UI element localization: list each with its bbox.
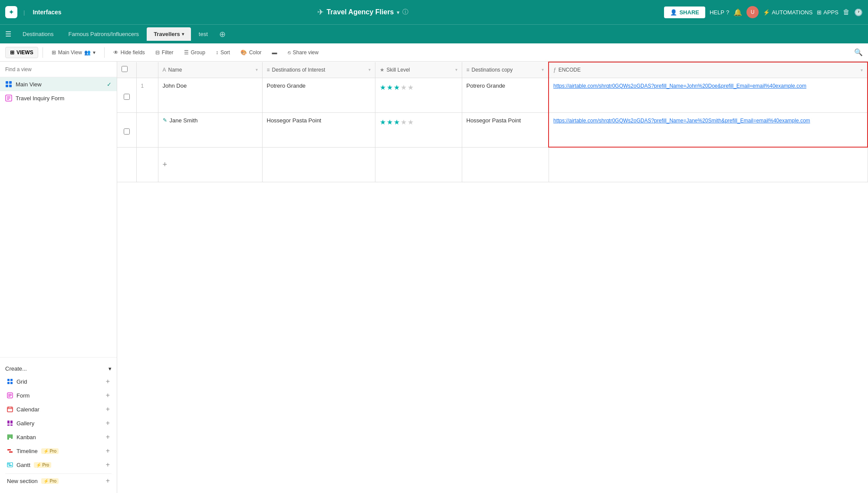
share-view-button[interactable]: ⎋ Share view: [283, 47, 323, 58]
col-header-name[interactable]: A Name ▾: [158, 62, 262, 78]
new-section-plus[interactable]: +: [106, 477, 110, 485]
row1-dest-cell[interactable]: Potrero Grande: [262, 78, 375, 112]
svg-rect-28: [9, 451, 13, 453]
create-calendar-item[interactable]: Calendar +: [5, 402, 112, 416]
create-gallery-item[interactable]: Gallery +: [5, 416, 112, 430]
row2-num-cell: [136, 112, 158, 147]
toolbar: ⊞ VIEWS ⊞ Main View 👥 ▾ 👁 Hide fields ⊟ …: [0, 43, 868, 62]
sort-button[interactable]: ↕ Sort: [211, 47, 234, 58]
user-avatar[interactable]: U: [746, 6, 759, 18]
tab-test-label: test: [199, 31, 208, 37]
row1-checkbox[interactable]: [124, 94, 130, 100]
sidebar-search-area: [0, 62, 117, 77]
row2-destcopy-cell[interactable]: Hossegor Pasta Point: [462, 112, 549, 147]
col-header-skill[interactable]: ★ Skill Level ▾: [375, 62, 462, 78]
sidebar-create-section: Create... ▾ Grid +: [0, 357, 117, 493]
group-icon: ☰: [184, 49, 189, 56]
tab-famous[interactable]: Famous Patrons/Influencers: [62, 27, 146, 41]
create-form-plus[interactable]: +: [106, 391, 110, 399]
app-logo[interactable]: ✦: [5, 6, 17, 18]
svg-rect-3: [9, 85, 12, 87]
search-button[interactable]: 🔍: [854, 49, 863, 56]
hide-fields-label: Hide fields: [121, 49, 145, 56]
svg-rect-25: [9, 434, 11, 438]
help-button[interactable]: HELP ?: [710, 9, 729, 16]
row2-encode-cell[interactable]: https://airtable.com/shrqtr0GQWs2oGDAS?p…: [549, 112, 868, 147]
grid-view-icon: [5, 81, 12, 88]
name-col-icon: A: [163, 67, 166, 73]
trash-icon[interactable]: 🗑: [843, 8, 850, 16]
create-kanban-plus[interactable]: +: [106, 433, 110, 441]
sidebar-item-travel-form[interactable]: Travel Inquiry Form: [0, 91, 117, 105]
create-timeline-plus[interactable]: +: [106, 447, 110, 455]
create-kanban-item[interactable]: Kanban +: [5, 430, 112, 444]
create-gantt-plus[interactable]: +: [106, 461, 110, 469]
toolbar-separator-2: [104, 47, 105, 58]
create-kanban-label: Kanban: [16, 434, 36, 440]
color-button[interactable]: 🎨 Color: [236, 47, 266, 58]
db-info-icon[interactable]: ⓘ: [402, 8, 408, 16]
create-grid-plus[interactable]: +: [106, 378, 110, 385]
hamburger-icon[interactable]: ☰: [5, 30, 11, 38]
new-section-item[interactable]: New section ⚡ Pro +: [5, 473, 112, 488]
create-gantt-label: Gantt: [16, 462, 30, 468]
filter-button[interactable]: ⊟ Filter: [151, 47, 178, 58]
create-form-item[interactable]: Form +: [5, 388, 112, 402]
db-dropdown-icon[interactable]: ▾: [397, 9, 400, 16]
help-label: HELP: [710, 9, 724, 16]
sidebar-item-main-view[interactable]: Main View ✓: [0, 77, 117, 91]
hide-fields-button[interactable]: 👁 Hide fields: [109, 47, 149, 58]
add-row-num: [136, 147, 158, 182]
col-header-encode[interactable]: ƒ ENCODE ▾: [549, 62, 868, 78]
dest-col-label: Destinations of Interest: [272, 67, 326, 73]
row1-encode-value[interactable]: https://airtable.com/shrqtr0GQWs2oGDAS?p…: [553, 83, 806, 89]
col-header-destinations[interactable]: ≡ Destinations of Interest ▾: [262, 62, 375, 78]
main-view-button[interactable]: ⊞ Main View 👥 ▾: [47, 47, 100, 58]
notification-icon[interactable]: 🔔: [733, 8, 742, 16]
share-button[interactable]: 👤 SHARE: [664, 7, 705, 18]
create-calendar-plus[interactable]: +: [106, 405, 110, 413]
row2-encode-value[interactable]: https://airtable.com/shrqtr0GQWs2oGDAS?p…: [553, 118, 810, 124]
row1-skill-cell[interactable]: ★ ★ ★ ★ ★: [375, 78, 462, 112]
add-row-plus[interactable]: +: [158, 147, 262, 182]
add-row-destcopy: [462, 147, 549, 182]
calendar-create-icon: [7, 406, 13, 412]
row-height-button[interactable]: ▬: [268, 47, 282, 58]
find-view-input[interactable]: [5, 66, 112, 72]
destcopy-col-label: Destinations copy: [472, 67, 513, 73]
row2-expand-icon[interactable]: ✎: [163, 117, 167, 123]
create-timeline-item[interactable]: Timeline ⚡ Pro +: [5, 444, 112, 458]
views-button[interactable]: ⊞ VIEWS: [5, 47, 38, 58]
create-grid-item[interactable]: Grid +: [5, 375, 112, 388]
apps-button[interactable]: ⊞ APPS: [817, 9, 838, 16]
add-row-checkbox: [117, 147, 136, 182]
row1-name-cell[interactable]: John Doe: [158, 78, 262, 112]
row2-checkbox[interactable]: [124, 128, 130, 135]
row1-star1: ★: [380, 83, 386, 92]
row2-skill-cell[interactable]: ★ ★ ★ ★ ★: [375, 112, 462, 147]
add-tab-button[interactable]: ⊕: [216, 30, 229, 39]
row1-encode-cell[interactable]: https://airtable.com/shrqtr0GQWs2oGDAS?p…: [549, 78, 868, 112]
app-title[interactable]: Interfaces: [33, 9, 61, 16]
row2-name-cell[interactable]: ✎ Jane Smith: [158, 112, 262, 147]
db-title[interactable]: Travel Agency Fliers: [326, 8, 394, 16]
row2-destcopy: Hossegor Pasta Point: [467, 117, 521, 124]
tab-destinations[interactable]: Destinations: [16, 27, 61, 41]
main-content: Main View ✓ Travel Inquiry Form Create..…: [0, 62, 868, 493]
group-button[interactable]: ☰ Group: [180, 47, 210, 58]
tab-travellers[interactable]: Travellers ▾: [147, 27, 191, 41]
svg-rect-31: [9, 465, 12, 466]
history-icon[interactable]: 🕐: [854, 8, 863, 16]
col-header-destcopy[interactable]: ≡ Destinations copy ▾: [462, 62, 549, 78]
row2-dest-cell[interactable]: Hossegor Pasta Point: [262, 112, 375, 147]
automations-button[interactable]: ⚡ AUTOMATIONS: [763, 9, 812, 16]
create-gantt-item[interactable]: Gantt ⚡ Pro +: [5, 458, 112, 472]
select-all-checkbox[interactable]: [122, 66, 128, 72]
row2-destinations: Hossegor Pasta Point: [267, 117, 322, 124]
create-timeline-label: Timeline: [16, 448, 38, 454]
create-header[interactable]: Create... ▾: [5, 363, 112, 375]
svg-rect-27: [7, 449, 11, 450]
tab-test[interactable]: test: [192, 27, 215, 41]
create-gallery-plus[interactable]: +: [106, 419, 110, 427]
row1-destcopy-cell[interactable]: Potrero Grande: [462, 78, 549, 112]
